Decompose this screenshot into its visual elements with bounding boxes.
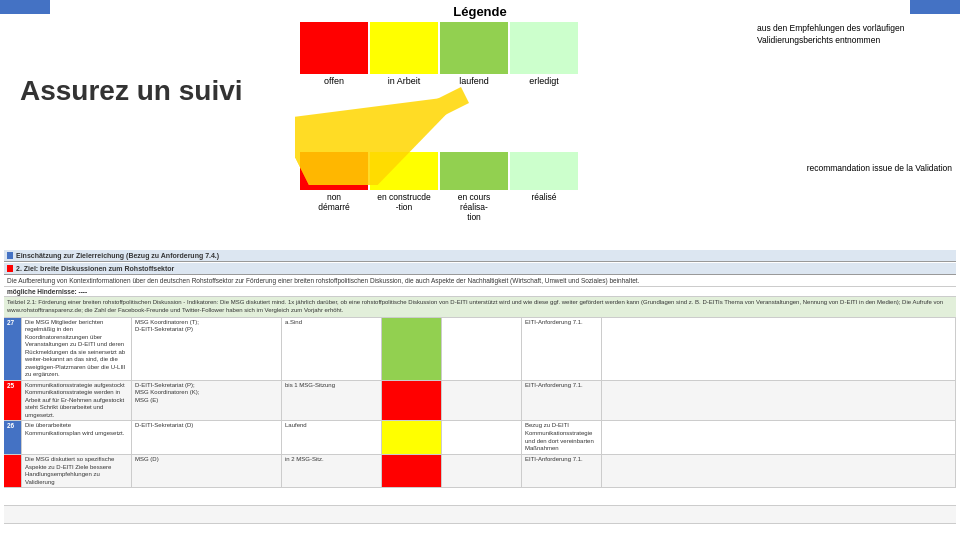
table-row [4, 488, 956, 506]
table-row: 27 Die MSG Mitglieder berichten regelmäß… [4, 318, 956, 381]
german-legend: offen in Arbeit laufend erledigt [300, 22, 578, 86]
svg-line-1 [305, 95, 465, 175]
hindernisse-row: mögliche Hindernisse: ---- [4, 287, 956, 297]
legend-item-laufend: laufend [440, 22, 508, 86]
section2-desc: Die Aufbereitung von Kontextinformatione… [4, 275, 956, 287]
right-note: aus den Empfehlungen des vorläufigen Val… [757, 22, 952, 47]
diagonal-arrow [295, 85, 495, 185]
legend-item-erledigt: erledigt [510, 22, 578, 86]
table-row [4, 524, 956, 540]
main-heading: Assurez un suivi [20, 75, 243, 107]
table-section2: 2. Ziel: breite Diskussionen zum Rohstof… [4, 263, 956, 275]
teilziel-row: Teilziel 2.1: Förderung einer breiten ro… [4, 297, 956, 318]
french-label-en-cours: en coursréalisa-tion [458, 192, 491, 223]
legend-item-in-arbeit: in Arbeit [370, 22, 438, 86]
table-area: Einschätzung zur Zielerreichung (Bezug z… [0, 248, 960, 540]
table-row: 25 Kommunikationsstrategie aufgestockt K… [4, 381, 956, 422]
legend-item-offen: offen [300, 22, 368, 86]
french-label-en-construction: en construcde-tion [377, 192, 430, 212]
french-label-non-demarre: nondémarré [318, 192, 350, 212]
table-row: 26 Die überarbeitete Kommunikationsplan … [4, 421, 956, 455]
table-section1: Einschätzung zur Zielerreichung (Bezug z… [4, 250, 956, 262]
french-label-realise: réalisé [531, 192, 556, 202]
legend-title: Légende [0, 4, 960, 19]
french-note: recommandation issue de la Validation [807, 162, 952, 174]
table-row [4, 506, 956, 524]
french-item-realise: réalisé [510, 152, 578, 202]
legend-label-erledigt: erledigt [529, 76, 559, 86]
table-row: Die MSG diskutiert so spezifische Aspekt… [4, 455, 956, 488]
